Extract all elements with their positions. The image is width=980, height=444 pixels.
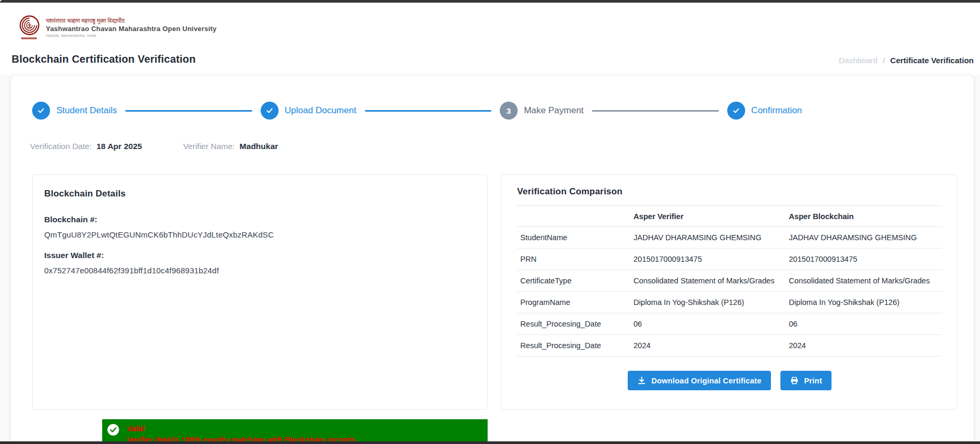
verifier-value: Consolidated Statement of Marks/Grades [630,270,786,292]
blockchain-value: Diploma In Yog-Shikshak (P126) [786,292,941,313]
validation-result-banner: Valid Verifier details 100% exactly matc… [102,419,488,444]
table-row: PRN 2015017000913475 2015017000913475 [517,249,942,270]
step-complete-icon [32,102,50,120]
step-complete-icon [727,102,745,120]
action-buttons-row: Download Original Certificate Print [517,371,942,390]
valid-check-icon [107,424,119,436]
breadcrumb-dashboard-link[interactable]: Dashboard [839,56,877,65]
wizard-stepper: Student Details Upload Document 3 Make P… [32,102,802,120]
download-icon [637,376,646,385]
verifier-value: 06 [630,313,786,335]
table-row: Result_Procesing_Date 06 06 [517,313,942,335]
blockchain-details-panel: Blockchain Details Blockchain #: QmTguU8… [32,174,488,410]
step-confirmation[interactable]: Confirmation [727,102,802,120]
verification-card: Student Details Upload Document 3 Make P… [11,75,974,444]
print-button-label: Print [804,377,822,385]
logo-university-name: Yashwantrao Chavan Maharashtra Open Univ… [46,24,216,33]
table-row: ProgramName Diploma In Yog-Shikshak (P12… [517,292,942,313]
verification-meta-row: Verification Date: 18 Apr 2025 Verifier … [30,142,278,151]
step-label: Upload Document [285,105,357,116]
blockchain-value: 2024 [786,335,941,357]
download-original-certificate-button[interactable]: Download Original Certificate [628,371,771,390]
column-header-verifier: Asper Verifier [630,206,786,227]
table-row: StudentName JADHAV DHARAMSING GHEMSING J… [517,227,942,249]
breadcrumb-separator: / [883,56,885,65]
field-name: CertificateType [517,270,630,292]
verifier-value: 2024 [630,335,786,357]
field-name: Result_Procesing_Date [517,335,630,357]
verifier-name-pair: Verifier Name: Madhukar [183,142,278,151]
banner-text-block: Valid Verifier details 100% exactly matc… [127,423,355,444]
page-title: Blockchain Certification Verification [12,53,196,65]
banner-status: Valid [127,423,355,435]
blockchain-hash-label: Blockchain #: [44,215,476,224]
logo-text-block: यशवंतराव चव्हाण महाराष्ट्र मुक्त विद्याप… [46,15,216,38]
comparison-table: Asper Verifier Asper Blockchain StudentN… [517,205,942,357]
blockchain-value: 06 [786,313,941,335]
verification-date-value: 18 Apr 2025 [96,142,142,151]
download-button-label: Download Original Certificate [651,377,761,385]
print-button[interactable]: Print [780,371,831,390]
breadcrumb: Dashboard / Certificate Verification [839,56,974,65]
university-logo[interactable]: यशवंतराव चव्हाण महाराष्ट्र मुक्त विद्याप… [18,15,216,40]
stepper-connector [125,110,252,112]
step-complete-icon [261,102,279,120]
issuer-wallet-label: Issuer Wallet #: [44,251,476,260]
logo-subtitle: Nashik, Maharashtra, India [46,33,216,38]
verifier-name-label: Verifier Name: [183,142,235,151]
stepper-connector [365,110,491,112]
university-emblem-icon [18,15,41,40]
field-name: Result_Procesing_Date [517,313,630,335]
verification-date-label: Verification Date: [30,142,92,151]
logo-devanagari-name: यशवंतराव चव्हाण महाराष्ट्र मुक्त विद्याप… [46,17,216,24]
step-label: Student Details [56,105,117,116]
printer-icon [790,376,799,385]
table-row: CertificateType Consolidated Statement o… [517,270,942,292]
step-label: Confirmation [751,105,802,116]
blockchain-value: 2015017000913475 [786,249,941,270]
field-name: ProgramName [517,292,630,313]
step-student-details[interactable]: Student Details [32,102,117,120]
verifier-value: Diploma In Yog-Shikshak (P126) [630,292,786,313]
column-header-blockchain: Asper Blockchain [786,206,941,227]
step-label: Make Payment [524,105,583,116]
verifier-value: JADHAV DHARAMSING GHEMSING [630,227,786,249]
verification-comparison-title: Verification Comparison [517,186,941,197]
field-name: PRN [517,249,630,270]
table-row: Result_Procesing_Date 2024 2024 [517,335,942,357]
step-number-badge: 3 [500,102,518,120]
blockchain-value: Consolidated Statement of Marks/Grades [786,270,941,292]
field-name: StudentName [517,227,630,249]
blockchain-hash-value: QmTguU8Y2PLwtQtEGUNmCK6bThhDUcYJdLteQxbz… [44,230,476,239]
breadcrumb-current-page: Certificate Verification [890,56,974,65]
comparison-header-row: Asper Verifier Asper Blockchain [517,206,942,227]
column-header-match [941,206,942,227]
page-header: यशवंतराव चव्हाण महाराष्ट्र मुक्त विद्याप… [0,3,980,75]
stepper-connector [592,110,718,112]
blockchain-value: JADHAV DHARAMSING GHEMSING [786,227,941,249]
column-header-field [517,206,630,227]
step-upload-document[interactable]: Upload Document [261,102,357,120]
window-bottom-edge [0,441,980,444]
blockchain-details-title: Blockchain Details [44,189,476,199]
step-make-payment[interactable]: 3 Make Payment [500,102,583,120]
verification-comparison-panel: Verification Comparison Asper Verifier A… [501,174,957,410]
issuer-wallet-value: 0x752747e00844f62f391bff1d10c4f968931b24… [44,266,476,275]
verifier-name-value: Madhukar [240,142,278,151]
verification-date-pair: Verification Date: 18 Apr 2025 [30,142,142,151]
verifier-value: 2015017000913475 [630,249,786,270]
window-top-edge [0,0,980,3]
